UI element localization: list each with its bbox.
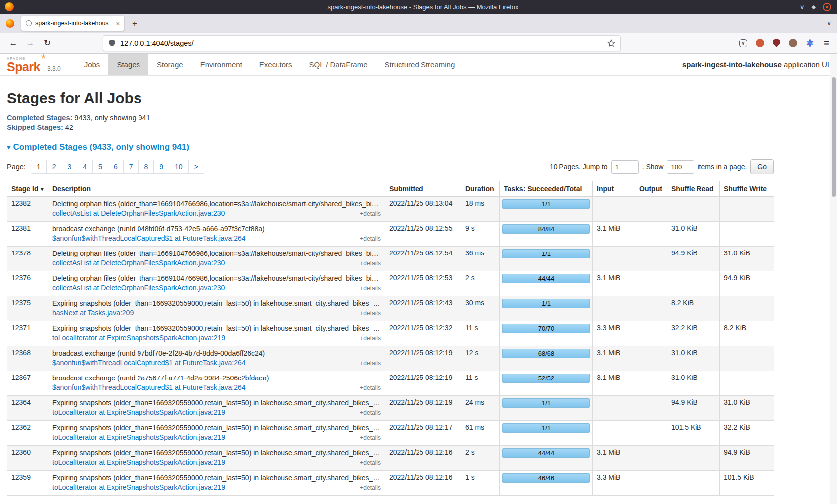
page-button[interactable]: 7	[123, 160, 139, 174]
account-avatar-icon[interactable]	[789, 39, 797, 47]
nav-tab-stages[interactable]: Stages	[108, 54, 148, 75]
duration-cell: 11 s	[461, 371, 500, 396]
page-button[interactable]: 3	[62, 160, 78, 174]
shuffle-write-cell: 31.0 KiB	[720, 247, 774, 271]
input-cell: 3.1 MiB	[593, 371, 635, 396]
nav-tab-environment[interactable]: Environment	[192, 54, 251, 75]
window-maximize-button[interactable]: ◆	[812, 4, 816, 10]
completed-stages-section-header[interactable]: ▾Completed Stages (9433, only showing 94…	[7, 142, 774, 152]
details-toggle[interactable]: +details	[360, 483, 381, 493]
page-button[interactable]: 5	[92, 160, 108, 174]
header-description[interactable]: Description	[48, 181, 385, 197]
stage-callsite-link[interactable]: $anonfun$withThreadLocalCaptured$1 at Fu…	[52, 383, 246, 392]
new-tab-button[interactable]: +	[132, 19, 137, 28]
header-tasks[interactable]: Tasks: Succeeded/Total	[500, 181, 593, 197]
header-input[interactable]: Input	[593, 181, 635, 197]
details-toggle[interactable]: +details	[360, 284, 381, 293]
back-button[interactable]: ←	[6, 36, 21, 51]
page-button[interactable]: 10	[169, 160, 189, 174]
go-button[interactable]: Go	[750, 159, 774, 174]
window-minimize-button[interactable]: ∨	[800, 4, 805, 10]
details-toggle[interactable]: +details	[360, 433, 381, 443]
page-button[interactable]: 4	[77, 160, 93, 174]
tasks-cell: 70/70	[500, 321, 593, 346]
header-shuffle-read[interactable]: Shuffle Read	[667, 181, 720, 197]
tab-list-chevron-icon[interactable]: ∨	[827, 20, 831, 27]
spark-logo[interactable]: APACHE Spark *	[7, 57, 40, 73]
forward-button[interactable]: →	[23, 36, 38, 51]
completed-stages-summary: Completed Stages:9433, only showing 941	[7, 113, 774, 123]
output-cell	[635, 197, 667, 222]
stage-callsite-link[interactable]: collectAsList at DeleteOrphanFilesSparkA…	[52, 283, 225, 293]
tasks-cell: 84/84	[500, 222, 593, 247]
shield-icon[interactable]	[108, 39, 116, 47]
bookmark-star-icon[interactable]	[607, 39, 615, 47]
description-cell: Expiring snapshots (older_than=166932055…	[48, 321, 385, 346]
page-button[interactable]: 2	[46, 160, 62, 174]
header-duration[interactable]: Duration	[461, 181, 500, 197]
extension-avatar-icon[interactable]	[756, 39, 764, 47]
nav-tab-storage[interactable]: Storage	[148, 54, 192, 75]
details-toggle[interactable]: +details	[360, 234, 381, 244]
page-button[interactable]: 9	[153, 160, 169, 174]
ublock-shield-icon[interactable]	[773, 39, 780, 47]
details-toggle[interactable]: +details	[360, 458, 381, 468]
jump-page-input[interactable]	[611, 160, 639, 174]
url-bar[interactable]: 127.0.0.1:4040/stages/	[103, 35, 621, 51]
details-toggle[interactable]: +details	[360, 359, 381, 368]
stage-callsite-link[interactable]: toLocalIterator at ExpireSnapshotsSparkA…	[52, 458, 225, 467]
tasks-progress-bar: 46/46	[502, 473, 590, 483]
stage-callsite-link[interactable]: hasNext at Tasks.java:209	[52, 308, 134, 318]
duration-cell: 30 ms	[461, 296, 500, 321]
details-toggle[interactable]: +details	[360, 334, 381, 343]
nav-tab-executors[interactable]: Executors	[251, 54, 301, 75]
tab-close-button[interactable]: ×	[116, 20, 120, 27]
scrollbar-track[interactable]	[830, 54, 837, 504]
pocket-icon[interactable]: ∨	[739, 39, 747, 47]
window-close-button[interactable]: ×	[823, 3, 831, 11]
stage-callsite-link[interactable]: $anonfun$withThreadLocalCaptured$1 at Fu…	[52, 234, 246, 243]
table-row: 12360 Expiring snapshots (older_than=166…	[7, 446, 774, 471]
navigation-toolbar: ← → ↻ 127.0.0.1:4040/stages/ ∨ ≡	[0, 33, 837, 54]
page-button[interactable]: 6	[108, 160, 124, 174]
header-shuffle-write[interactable]: Shuffle Write	[720, 181, 774, 197]
stage-callsite-link[interactable]: $anonfun$withThreadLocalCaptured$1 at Fu…	[52, 358, 246, 368]
stage-id-cell: 12367	[7, 371, 48, 396]
reload-button[interactable]: ↻	[40, 36, 55, 51]
submitted-cell: 2022/11/25 08:12:16	[385, 446, 461, 471]
details-toggle[interactable]: +details	[360, 259, 381, 268]
header-submitted[interactable]: Submitted	[385, 181, 461, 197]
firefox-view-button[interactable]	[6, 19, 14, 28]
menu-button[interactable]: ≡	[824, 38, 829, 49]
details-toggle[interactable]: +details	[360, 383, 381, 393]
header-output[interactable]: Output	[635, 181, 667, 197]
page-button-current[interactable]: 1	[31, 160, 47, 174]
stage-callsite-link[interactable]: toLocalIterator at ExpireSnapshotsSparkA…	[52, 483, 225, 492]
app-title: spark-ingest-into-lakehouse application …	[682, 60, 829, 69]
page-size-input[interactable]	[667, 160, 694, 174]
shuffle-write-cell: 94.9 KiB	[720, 446, 774, 471]
stage-callsite-link[interactable]: toLocalIterator at ExpireSnapshotsSparkA…	[52, 408, 225, 417]
details-toggle[interactable]: +details	[360, 209, 381, 219]
tasks-progress-bar: 1/1	[502, 423, 590, 433]
stage-callsite-link[interactable]: collectAsList at DeleteOrphanFilesSparkA…	[52, 258, 225, 268]
stage-callsite-link[interactable]: collectAsList at DeleteOrphanFilesSparkA…	[52, 209, 225, 218]
stage-id-cell: 12371	[7, 321, 48, 346]
browser-tab[interactable]: spark-ingest-into-lakehous ×	[21, 16, 124, 31]
page-button[interactable]: 8	[138, 160, 154, 174]
tasks-cell: 1/1	[500, 247, 593, 271]
shuffle-write-cell	[720, 296, 774, 321]
details-toggle[interactable]: +details	[360, 309, 381, 318]
header-stage-id[interactable]: Stage Id ▾	[7, 181, 48, 197]
nav-tab-jobs[interactable]: Jobs	[76, 54, 109, 75]
submitted-cell: 2022/11/25 08:12:19	[385, 346, 461, 371]
extension-pinwheel-icon[interactable]	[806, 39, 814, 47]
nav-tab-sql-dataframe[interactable]: SQL / DataFrame	[301, 54, 376, 75]
details-toggle[interactable]: +details	[360, 408, 381, 418]
stage-callsite-link[interactable]: toLocalIterator at ExpireSnapshotsSparkA…	[52, 333, 225, 343]
close-icon: ×	[825, 4, 828, 10]
nav-tab-structured-streaming[interactable]: Structured Streaming	[376, 54, 464, 75]
stage-callsite-link[interactable]: toLocalIterator at ExpireSnapshotsSparkA…	[52, 433, 225, 442]
scrollbar-thumb[interactable]	[832, 77, 836, 197]
page-button[interactable]: >	[188, 160, 204, 174]
